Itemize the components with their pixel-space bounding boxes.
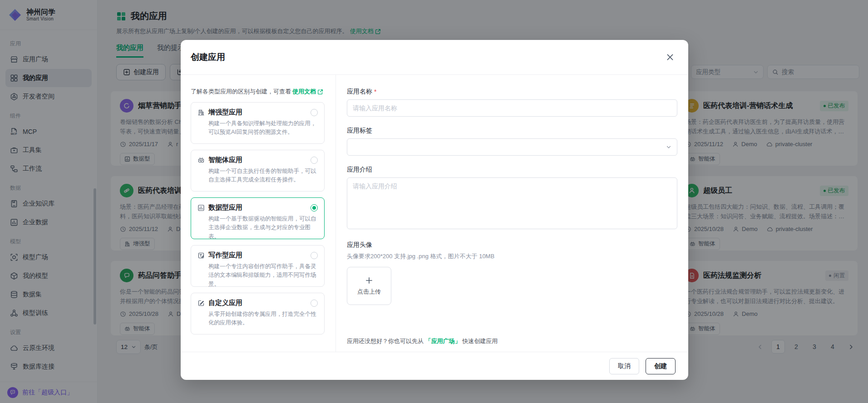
footer-hint-prefix: 应用还没想好？你也可以先从: [347, 338, 425, 344]
robot-icon: [197, 157, 205, 164]
modal-doc-link-label: 使用文档: [292, 88, 316, 96]
bar-chart-icon: [197, 204, 205, 211]
avatar-upload-button[interactable]: 点击上传: [347, 267, 391, 305]
create-app-form: 应用名称* 应用标签 应用介绍 应用头像 头像要求200*200 支持.jpg …: [336, 75, 688, 352]
app-plaza-link[interactable]: 「应用广场」: [425, 338, 461, 344]
radio-unchecked-icon[interactable]: [311, 109, 318, 116]
app-type-panel: 了解各类型应用的区别与创建，可查看 使用文档 增强型应用 构建一个具备知识理解与…: [181, 75, 336, 352]
pencil-square-icon: [197, 300, 205, 307]
plus-icon: [365, 276, 373, 285]
upload-label: 点击上传: [357, 288, 381, 296]
type-option-desc: 构建一个可自主执行任务的智能助手，可以自主选择工具完成全流程任务操作。: [197, 167, 318, 185]
type-option-name: 数据型应用: [208, 203, 307, 212]
external-link-icon: [317, 89, 323, 95]
modal-title: 创建应用: [191, 51, 225, 63]
chevron-down-icon: [666, 144, 671, 150]
app-avatar-label: 应用头像: [347, 241, 677, 249]
modal-doc-link[interactable]: 使用文档: [292, 88, 323, 96]
type-option-name: 自定义应用: [208, 299, 307, 307]
type-option-desc: 构建一个基于数据驱动的智能应用，可以自主选择企业数据，生成与之对应的专业图表。: [197, 215, 318, 241]
modal-header: 创建应用: [181, 40, 688, 75]
app-tag-label: 应用标签: [347, 127, 677, 135]
modal-footer-hint: 应用还没想好？你也可以先从 「应用广场」 快速创建应用: [347, 337, 498, 345]
radio-checked-icon[interactable]: [311, 204, 318, 211]
cancel-button[interactable]: 取消: [609, 358, 639, 374]
modal-footer: 取消 创建: [181, 352, 688, 380]
create-app-modal: 创建应用 了解各类型应用的区别与创建，可查看 使用文档 增强型应用: [181, 40, 688, 380]
avatar-requirements-hint: 头像要求200*200 支持.jpg .png 格式，图片不大于 10MB: [347, 252, 677, 260]
type-option-name: 写作型应用: [208, 251, 307, 260]
text-edit-icon: [197, 252, 205, 259]
app-intro-label: 应用介绍: [347, 166, 677, 174]
type-option-data[interactable]: 数据型应用 构建一个基于数据驱动的智能应用，可以自主选择企业数据，生成与之对应的…: [191, 197, 325, 239]
type-option-custom[interactable]: 自定义应用 从零开始创建你的专属应用，打造完全个性化的应用体验。: [191, 293, 325, 334]
type-option-name: 智能体应用: [208, 156, 307, 164]
type-intro-text: 了解各类型应用的区别与创建，可查看: [191, 88, 291, 96]
type-option-writing[interactable]: 写作型应用 构建一个专注内容创作的写作助手，具备灵活的文本编辑和排版能力，适用不…: [191, 245, 325, 287]
type-option-enhanced[interactable]: 增强型应用 构建一个具备知识理解与处理能力的应用，可以预览AI回复问答的溯源文件…: [191, 102, 325, 144]
type-option-name: 增强型应用: [208, 108, 307, 117]
radio-unchecked-icon[interactable]: [311, 157, 318, 164]
create-button[interactable]: 创建: [646, 358, 676, 374]
app-tag-select[interactable]: [347, 138, 677, 156]
type-option-agent[interactable]: 智能体应用 构建一个可自主执行任务的智能助手，可以自主选择工具完成全流程任务操作…: [191, 150, 325, 192]
building-icon: [197, 109, 205, 116]
required-asterisk: *: [374, 88, 376, 95]
app-name-label: 应用名称*: [347, 88, 677, 96]
radio-unchecked-icon[interactable]: [311, 300, 318, 307]
footer-hint-suffix: 快速创建应用: [461, 338, 498, 344]
app-type-list: 增强型应用 构建一个具备知识理解与处理能力的应用，可以预览AI回复问答的溯源文件…: [191, 102, 325, 334]
type-option-desc: 从零开始创建你的专属应用，打造完全个性化的应用体验。: [197, 310, 318, 328]
app-name-input[interactable]: [347, 99, 677, 117]
type-intro: 了解各类型应用的区别与创建，可查看 使用文档: [191, 88, 325, 96]
app-intro-textarea[interactable]: [347, 177, 677, 229]
close-icon[interactable]: [664, 51, 676, 64]
radio-unchecked-icon[interactable]: [311, 252, 318, 259]
type-option-desc: 构建一个具备知识理解与处理能力的应用，可以预览AI回复问答的溯源文件。: [197, 119, 318, 137]
type-option-desc: 构建一个专注内容创作的写作助手，具备灵活的文本编辑和排版能力，适用不同写作场景。: [197, 262, 318, 289]
